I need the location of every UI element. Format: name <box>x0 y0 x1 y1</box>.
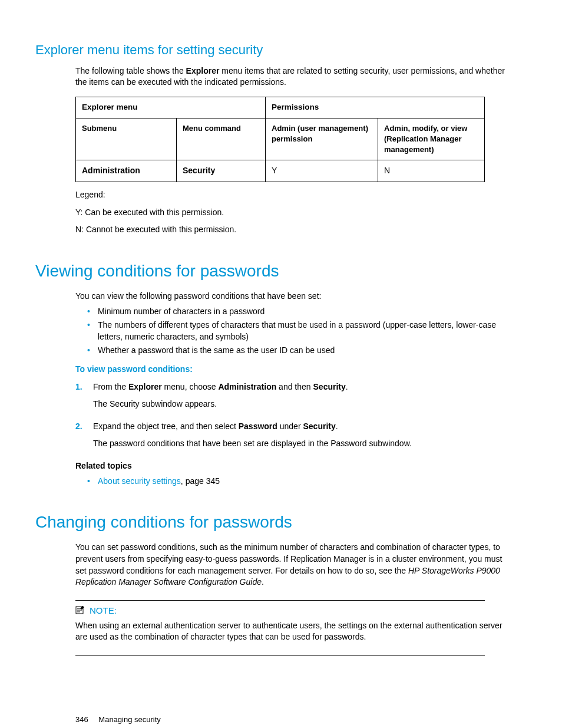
link-about-security[interactable]: About security settings <box>98 476 181 486</box>
list-item: Whether a password that is the same as t… <box>87 345 509 357</box>
td-administration: Administration <box>76 160 177 182</box>
step-result: The password conditions that have been s… <box>93 438 509 450</box>
procedure-title: To view password conditions: <box>75 364 509 375</box>
para-explorer-intro: The following table shows the Explorer m… <box>75 65 509 88</box>
text-bold: Explorer <box>128 382 162 391</box>
divider <box>75 600 485 601</box>
text: menu, choose <box>162 382 219 391</box>
text: , page 345 <box>181 476 220 486</box>
th-admin-modify: Admin, modify, or view (Replication Mana… <box>378 118 485 160</box>
text: under <box>277 421 303 431</box>
page-number: 346 <box>75 715 88 724</box>
procedure-steps: From the Explorer menu, choose Administr… <box>75 381 509 450</box>
note-label: NOTE: <box>90 604 117 617</box>
text-bold: Security <box>303 421 335 431</box>
list-item: Minimum number of characters in a passwo… <box>87 306 509 318</box>
step-1: From the Explorer menu, choose Administr… <box>75 381 509 410</box>
divider <box>75 655 485 655</box>
legend-title: Legend: <box>75 189 509 201</box>
text-bold: Administration <box>82 166 140 175</box>
step-2: Expand the object tree, and then select … <box>75 421 509 450</box>
para-changing: You can set password conditions, such as… <box>75 542 509 588</box>
td-security: Security <box>177 160 266 182</box>
page-footer: 346 Managing security <box>75 714 509 725</box>
section-name: Managing security <box>98 715 161 724</box>
heading-explorer-items: Explorer menu items for setting security <box>35 41 509 60</box>
list-item: About security settings, page 345 <box>87 476 509 487</box>
th-menu-command: Menu command <box>177 118 266 160</box>
text: From the <box>93 382 128 391</box>
text: . <box>346 382 348 391</box>
note-header: NOTE: <box>75 604 509 617</box>
legend-n: N: Cannot be executed with this permissi… <box>75 224 509 236</box>
td-n: N <box>378 160 485 182</box>
text: . <box>336 421 338 431</box>
th-permissions: Permissions <box>266 97 485 118</box>
text: and then <box>276 382 313 391</box>
heading-changing-conditions: Changing conditions for passwords <box>35 510 509 533</box>
text: The following table shows the <box>75 66 186 75</box>
legend-y: Y: Can be executed with this permission. <box>75 207 509 219</box>
text-bold: Administration <box>218 382 276 391</box>
related-topics-list: About security settings, page 345 <box>87 476 509 487</box>
text-bold: Security <box>313 382 346 391</box>
th-admin-user: Admin (user management) permission <box>266 118 378 160</box>
text-bold: Explorer <box>186 66 220 75</box>
heading-viewing-conditions: Viewing conditions for passwords <box>35 259 509 282</box>
step-result: The Security subwindow appears. <box>93 398 509 410</box>
legend-block: Legend: Y: Can be executed with this per… <box>75 189 509 236</box>
para-view-intro: You can view the following password cond… <box>75 291 509 302</box>
th-submenu: Submenu <box>76 118 177 160</box>
related-topics-title: Related topics <box>75 460 509 472</box>
text: . <box>262 577 264 587</box>
view-bullet-list: Minimum number of characters in a passwo… <box>87 306 509 357</box>
note-icon <box>75 605 85 615</box>
text-bold: Security <box>183 166 215 175</box>
text-bold: Password <box>239 421 277 431</box>
list-item: The numbers of different types of charac… <box>87 319 509 342</box>
text: Expand the object tree, and then select <box>93 421 239 431</box>
td-y: Y <box>266 160 378 182</box>
permissions-table: Explorer menu Permissions Submenu Menu c… <box>75 97 485 182</box>
note-text: When using an external authentication se… <box>75 620 509 643</box>
th-explorer-menu: Explorer menu <box>76 97 266 118</box>
